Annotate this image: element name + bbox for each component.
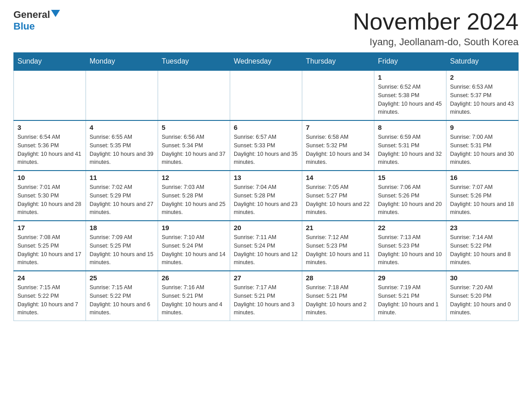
calendar-cell-w1-d5: 1Sunrise: 6:52 AMSunset: 5:38 PMDaylight… — [374, 70, 446, 120]
calendar-header-row: Sunday Monday Tuesday Wednesday Thursday… — [14, 53, 519, 71]
logo-blue-text: Blue — [13, 21, 35, 32]
calendar-cell-w4-d5: 22Sunrise: 7:13 AMSunset: 5:23 PMDayligh… — [374, 221, 446, 271]
day-info: Sunrise: 7:20 AMSunset: 5:20 PMDaylight:… — [450, 283, 515, 317]
month-title: November 2024 — [353, 9, 519, 34]
calendar-cell-w2-d2: 5Sunrise: 6:56 AMSunset: 5:34 PMDaylight… — [158, 120, 230, 171]
day-info: Sunrise: 7:03 AMSunset: 5:28 PMDaylight:… — [162, 183, 226, 217]
day-info: Sunrise: 7:19 AMSunset: 5:21 PMDaylight:… — [378, 283, 442, 317]
calendar-cell-w2-d0: 3Sunrise: 6:54 AMSunset: 5:36 PMDaylight… — [14, 120, 86, 171]
day-number: 17 — [17, 224, 82, 231]
day-number: 2 — [450, 73, 515, 81]
calendar-cell-w5-d6: 30Sunrise: 7:20 AMSunset: 5:20 PMDayligh… — [446, 271, 519, 321]
day-info: Sunrise: 7:02 AMSunset: 5:29 PMDaylight:… — [90, 183, 154, 217]
day-number: 28 — [306, 274, 370, 282]
day-info: Sunrise: 7:07 AMSunset: 5:26 PMDaylight:… — [450, 183, 515, 217]
day-info: Sunrise: 7:11 AMSunset: 5:24 PMDaylight:… — [234, 233, 298, 267]
calendar-table: Sunday Monday Tuesday Wednesday Thursday… — [13, 52, 519, 321]
day-number: 7 — [306, 124, 370, 131]
header-friday: Friday — [374, 53, 446, 71]
header-thursday: Thursday — [302, 53, 374, 71]
day-number: 30 — [450, 274, 515, 282]
calendar-cell-w3-d4: 14Sunrise: 7:05 AMSunset: 5:27 PMDayligh… — [302, 171, 374, 221]
calendar-cell-w4-d2: 19Sunrise: 7:10 AMSunset: 5:24 PMDayligh… — [158, 221, 230, 271]
calendar-cell-w1-d3 — [230, 70, 302, 120]
day-info: Sunrise: 7:18 AMSunset: 5:21 PMDaylight:… — [306, 283, 370, 317]
day-info: Sunrise: 7:17 AMSunset: 5:21 PMDaylight:… — [234, 283, 298, 317]
day-info: Sunrise: 6:57 AMSunset: 5:33 PMDaylight:… — [234, 133, 298, 167]
calendar-week-3: 10Sunrise: 7:01 AMSunset: 5:30 PMDayligh… — [14, 171, 519, 221]
day-info: Sunrise: 6:58 AMSunset: 5:32 PMDaylight:… — [306, 133, 370, 167]
day-info: Sunrise: 7:14 AMSunset: 5:22 PMDaylight:… — [450, 233, 515, 267]
day-info: Sunrise: 6:55 AMSunset: 5:35 PMDaylight:… — [90, 133, 154, 167]
calendar-cell-w5-d2: 26Sunrise: 7:16 AMSunset: 5:21 PMDayligh… — [158, 271, 230, 321]
day-number: 23 — [450, 224, 515, 231]
calendar-cell-w5-d5: 29Sunrise: 7:19 AMSunset: 5:21 PMDayligh… — [374, 271, 446, 321]
calendar-cell-w2-d5: 8Sunrise: 6:59 AMSunset: 5:31 PMDaylight… — [374, 120, 446, 171]
day-info: Sunrise: 6:52 AMSunset: 5:38 PMDaylight:… — [378, 83, 442, 116]
day-info: Sunrise: 7:05 AMSunset: 5:27 PMDaylight:… — [306, 183, 370, 217]
day-info: Sunrise: 7:16 AMSunset: 5:21 PMDaylight:… — [162, 283, 226, 317]
day-number: 4 — [90, 124, 154, 131]
header-tuesday: Tuesday — [158, 53, 230, 71]
day-number: 18 — [90, 224, 154, 231]
calendar-cell-w4-d0: 17Sunrise: 7:08 AMSunset: 5:25 PMDayligh… — [14, 221, 86, 271]
calendar-week-5: 24Sunrise: 7:15 AMSunset: 5:22 PMDayligh… — [14, 271, 519, 321]
calendar-cell-w5-d3: 27Sunrise: 7:17 AMSunset: 5:21 PMDayligh… — [230, 271, 302, 321]
day-info: Sunrise: 7:08 AMSunset: 5:25 PMDaylight:… — [17, 233, 82, 267]
day-info: Sunrise: 6:56 AMSunset: 5:34 PMDaylight:… — [162, 133, 226, 167]
header-monday: Monday — [86, 53, 158, 71]
day-number: 19 — [162, 224, 226, 231]
day-number: 15 — [378, 174, 442, 181]
logo: General Blue — [13, 9, 60, 32]
header-wednesday: Wednesday — [230, 53, 302, 71]
day-number: 24 — [17, 274, 82, 282]
calendar-cell-w3-d2: 12Sunrise: 7:03 AMSunset: 5:28 PMDayligh… — [158, 171, 230, 221]
day-number: 20 — [234, 224, 298, 231]
day-number: 10 — [17, 174, 82, 181]
calendar-cell-w5-d4: 28Sunrise: 7:18 AMSunset: 5:21 PMDayligh… — [302, 271, 374, 321]
calendar-cell-w3-d1: 11Sunrise: 7:02 AMSunset: 5:29 PMDayligh… — [86, 171, 158, 221]
calendar-cell-w2-d4: 7Sunrise: 6:58 AMSunset: 5:32 PMDaylight… — [302, 120, 374, 171]
calendar-cell-w2-d1: 4Sunrise: 6:55 AMSunset: 5:35 PMDaylight… — [86, 120, 158, 171]
day-number: 29 — [378, 274, 442, 282]
day-number: 16 — [450, 174, 515, 181]
day-info: Sunrise: 7:04 AMSunset: 5:28 PMDaylight:… — [234, 183, 298, 217]
calendar-cell-w5-d1: 25Sunrise: 7:15 AMSunset: 5:22 PMDayligh… — [86, 271, 158, 321]
header-saturday: Saturday — [446, 53, 519, 71]
location-subtitle: Iyang, Jeollanam-do, South Korea — [353, 36, 519, 48]
day-info: Sunrise: 7:13 AMSunset: 5:23 PMDaylight:… — [378, 233, 442, 267]
day-number: 22 — [378, 224, 442, 231]
day-info: Sunrise: 7:10 AMSunset: 5:24 PMDaylight:… — [162, 233, 226, 267]
day-number: 8 — [378, 124, 442, 131]
day-number: 26 — [162, 274, 226, 282]
day-info: Sunrise: 7:12 AMSunset: 5:23 PMDaylight:… — [306, 233, 370, 267]
day-number: 27 — [234, 274, 298, 282]
calendar-cell-w1-d4 — [302, 70, 374, 120]
calendar-cell-w1-d2 — [158, 70, 230, 120]
page-header: General Blue November 2024 Iyang, Jeolla… — [13, 9, 519, 48]
calendar-cell-w1-d0 — [14, 70, 86, 120]
day-number: 3 — [17, 124, 82, 131]
day-info: Sunrise: 7:06 AMSunset: 5:26 PMDaylight:… — [378, 183, 442, 217]
calendar-week-1: 1Sunrise: 6:52 AMSunset: 5:38 PMDaylight… — [14, 70, 519, 120]
day-number: 25 — [90, 274, 154, 282]
day-info: Sunrise: 7:15 AMSunset: 5:22 PMDaylight:… — [90, 283, 154, 317]
calendar-cell-w1-d6: 2Sunrise: 6:53 AMSunset: 5:37 PMDaylight… — [446, 70, 519, 120]
calendar-cell-w5-d0: 24Sunrise: 7:15 AMSunset: 5:22 PMDayligh… — [14, 271, 86, 321]
day-number: 9 — [450, 124, 515, 131]
calendar-cell-w3-d6: 16Sunrise: 7:07 AMSunset: 5:26 PMDayligh… — [446, 171, 519, 221]
calendar-cell-w3-d0: 10Sunrise: 7:01 AMSunset: 5:30 PMDayligh… — [14, 171, 86, 221]
calendar-cell-w1-d1 — [86, 70, 158, 120]
day-info: Sunrise: 6:54 AMSunset: 5:36 PMDaylight:… — [17, 133, 82, 167]
day-info: Sunrise: 7:01 AMSunset: 5:30 PMDaylight:… — [17, 183, 82, 217]
day-number: 13 — [234, 174, 298, 181]
calendar-cell-w4-d4: 21Sunrise: 7:12 AMSunset: 5:23 PMDayligh… — [302, 221, 374, 271]
day-info: Sunrise: 6:59 AMSunset: 5:31 PMDaylight:… — [378, 133, 442, 167]
calendar-cell-w2-d6: 9Sunrise: 7:00 AMSunset: 5:31 PMDaylight… — [446, 120, 519, 171]
logo-general-text: General — [13, 9, 50, 21]
header-sunday: Sunday — [14, 53, 86, 71]
calendar-week-2: 3Sunrise: 6:54 AMSunset: 5:36 PMDaylight… — [14, 120, 519, 171]
day-info: Sunrise: 7:09 AMSunset: 5:25 PMDaylight:… — [90, 233, 154, 267]
calendar-cell-w3-d5: 15Sunrise: 7:06 AMSunset: 5:26 PMDayligh… — [374, 171, 446, 221]
calendar-cell-w3-d3: 13Sunrise: 7:04 AMSunset: 5:28 PMDayligh… — [230, 171, 302, 221]
